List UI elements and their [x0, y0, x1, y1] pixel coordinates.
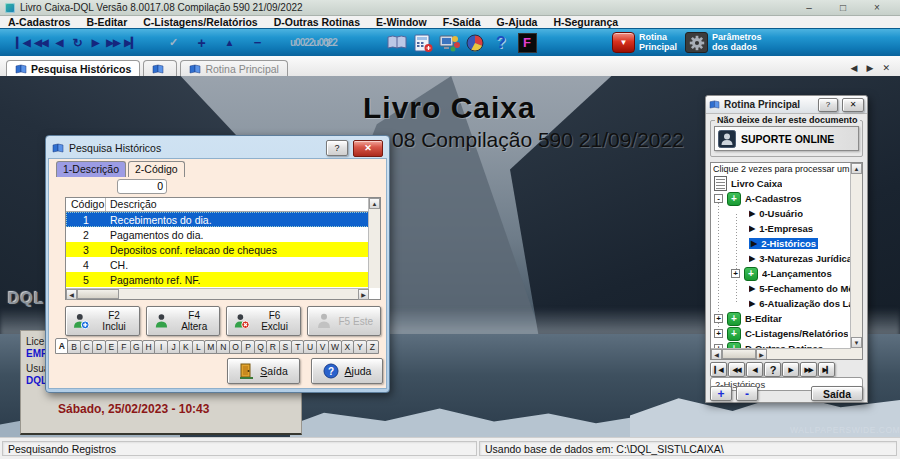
tree-row[interactable]: + ▶ B-Editar [711, 311, 851, 326]
scroll-up-icon[interactable]: ▲ [369, 198, 380, 209]
letter-button[interactable]: K [179, 340, 192, 354]
scrollbar-thumb[interactable] [722, 349, 756, 359]
scroll-left-icon[interactable]: ◀ [66, 289, 77, 300]
menu-item[interactable]: D-Outras Rotinas [266, 16, 368, 28]
nav-first-button[interactable] [710, 362, 727, 377]
suporte-online-button[interactable]: SUPORTE ONLINE [714, 126, 859, 151]
tree-item-label[interactable]: 4-Lançamentos [762, 268, 832, 279]
letter-button[interactable]: U [303, 340, 316, 354]
tree-item-label[interactable]: A-Cadastros [745, 193, 802, 204]
menu-item[interactable]: C-Listagens/Relatórios [135, 16, 265, 28]
tab-scroll-right-icon[interactable]: ▶ [867, 63, 874, 73]
help-icon[interactable]: ? [488, 32, 514, 54]
tree-row[interactable]: + ▶ C-Listagens/Relatórios [711, 326, 851, 341]
letter-button[interactable]: B [67, 340, 80, 354]
nav-next-button[interactable] [782, 362, 799, 377]
letter-button[interactable]: I [154, 340, 167, 354]
nav-fast-forward-button[interactable] [800, 362, 817, 377]
tree-expand-toggle[interactable] [731, 269, 740, 278]
table-row[interactable]: 1 Recebimentos do dia. [66, 212, 369, 227]
letter-button[interactable]: A [55, 338, 68, 354]
saida-button[interactable]: Saída [227, 358, 300, 384]
nav-fast-rewind-button[interactable] [728, 362, 745, 377]
vertical-scrollbar[interactable]: ▲ [368, 198, 380, 288]
menu-item[interactable]: G-Ajuda [489, 16, 546, 28]
insert-icon[interactable] [192, 35, 210, 51]
letter-button[interactable]: W [328, 340, 341, 354]
gear-icon[interactable] [685, 32, 708, 53]
f4-altera-button[interactable]: F4 Altera [146, 306, 221, 336]
table-row[interactable]: 3 Depositos conf. relacao de cheques [66, 242, 369, 257]
confirm-icon[interactable] [164, 36, 182, 49]
scroll-right-icon[interactable]: ▶ [358, 289, 369, 300]
chart-icon[interactable] [462, 32, 488, 54]
letter-button[interactable]: H [142, 340, 155, 354]
last-record-icon[interactable] [122, 37, 140, 48]
tree-row[interactable]: + ▶ 3-Naturezas Jurídicas [711, 251, 851, 266]
tab-rotina-principal[interactable]: Rotina Principal [180, 60, 288, 77]
letter-button[interactable]: D [92, 340, 105, 354]
table-row[interactable]: 5 Pagamento ref. NF. [66, 272, 369, 287]
f-logo-icon[interactable]: F [514, 32, 540, 54]
tree-item-label[interactable]: Livro Caixa [731, 178, 782, 189]
table-row[interactable]: 4 CH. [66, 257, 369, 272]
letter-button[interactable]: X [341, 340, 354, 354]
nav-help-button[interactable] [764, 362, 781, 377]
scroll-up-icon[interactable]: ▲ [851, 163, 862, 174]
letter-button[interactable]: J [167, 340, 180, 354]
letter-button[interactable]: O [229, 340, 242, 354]
expand-all-button[interactable]: + [710, 386, 732, 401]
letter-button[interactable]: S [279, 340, 292, 354]
letter-button[interactable]: N [216, 340, 229, 354]
menu-item[interactable]: F-Saída [435, 16, 489, 28]
tree-item-label[interactable]: B-Editar [745, 313, 782, 324]
tree-expand-toggle[interactable] [714, 329, 723, 338]
tree-row[interactable]: + ▶ 0-Usuário [711, 206, 851, 221]
tab-icon-only[interactable] [143, 60, 177, 77]
first-record-icon[interactable] [14, 37, 32, 48]
menu-item[interactable]: H-Segurança [545, 16, 626, 28]
letter-button[interactable]: V [316, 340, 329, 354]
scroll-right-icon[interactable]: ▶ [756, 349, 767, 360]
nav-previous-button[interactable] [746, 362, 763, 377]
tree-row[interactable]: + ▶ 4-Lançamentos [711, 266, 851, 281]
tab-descricao[interactable]: 1-Descrição [56, 161, 126, 177]
minimize-button[interactable]: – [803, 2, 815, 13]
tree-row[interactable]: + ▶ 6-Atualização dos Lan [711, 296, 851, 311]
tree-row[interactable]: + ▶ 2-Históricos [711, 236, 851, 251]
code-search-input[interactable]: 0 [117, 179, 167, 194]
tree-item-label[interactable]: 6-Atualização dos Lan [759, 298, 851, 309]
tree-row[interactable]: + ▶ 5-Fechamento do Mês [711, 281, 851, 296]
tab-codigo[interactable]: 2-Código [128, 161, 185, 177]
tree-row[interactable]: + ▶ A-Cadastros [711, 191, 851, 206]
edit-icon[interactable] [220, 37, 238, 48]
quotes-icon[interactable] [290, 37, 308, 48]
rotina-title-bar[interactable]: Rotina Principal ? ✕ [706, 96, 867, 114]
fast-forward-icon[interactable] [104, 37, 122, 48]
tree-row[interactable]: + ▶ 1-Empresas [711, 221, 851, 236]
column-header-descricao[interactable]: Descrição [106, 198, 369, 211]
tree-vertical-scrollbar[interactable]: ▲ ▼ [850, 163, 862, 359]
letter-button[interactable]: F [117, 340, 130, 354]
tree-item-label[interactable]: 5-Fechamento do Mês [759, 283, 851, 294]
rotina-close-button[interactable]: ✕ [842, 98, 864, 112]
menu-item[interactable]: B-Editar [78, 16, 135, 28]
tree-row[interactable]: + ▶ D-Outras Rotinas [711, 341, 851, 348]
restore-button[interactable]: □ [837, 2, 849, 13]
letter-button[interactable]: Y [353, 340, 366, 354]
letter-button[interactable]: G [130, 340, 143, 354]
f6-exclui-button[interactable]: F6 Exclui [226, 306, 301, 336]
menu-item[interactable]: E-Window [368, 16, 435, 28]
tree-item-label[interactable]: C-Listagens/Relatórios [745, 328, 848, 339]
rotina-principal-button[interactable]: ▼ [612, 32, 635, 53]
delete-icon[interactable] [248, 35, 266, 50]
letter-button[interactable]: Z [366, 340, 379, 354]
tab-pesquisa-historicos[interactable]: Pesquisa Históricos [6, 60, 140, 77]
f5-este-button[interactable]: F5 Este [307, 306, 382, 336]
tab-close-icon[interactable]: ✕ [882, 63, 890, 73]
letter-button[interactable]: E [105, 340, 118, 354]
tree-expand-toggle[interactable] [714, 194, 723, 203]
f2-inclui-button[interactable]: F2 Inclui [65, 306, 140, 336]
menu-item[interactable]: A-Cadastros [0, 16, 78, 28]
dialog-title-bar[interactable]: Pesquisa Históricos ? ✕ [48, 138, 387, 158]
